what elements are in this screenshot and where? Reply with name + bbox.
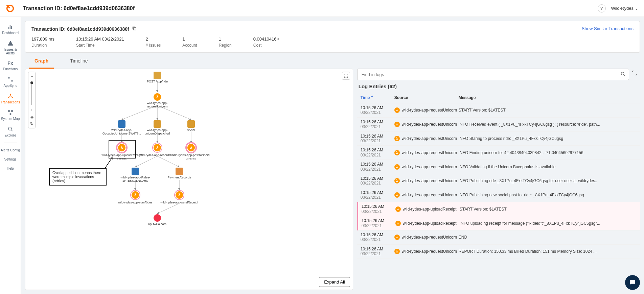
- stat-label: Duration: [31, 43, 54, 48]
- expand-graph-button[interactable]: [342, 72, 350, 80]
- stat-item: 197,809 msDuration: [31, 36, 54, 48]
- log-entries-title: Log Entries (62): [357, 83, 640, 89]
- node-sumrides[interactable]: λ wild-rydes-app-sumRides: [115, 190, 156, 204]
- annotation-callout: Overlapped icon means there were multipl…: [49, 168, 107, 186]
- sidebar-item-appsync[interactable]: AppSync: [0, 74, 21, 90]
- log-row[interactable]: 10:15:26 AM03/22/2021 λwild-rydes-app-re…: [357, 160, 640, 174]
- summary-title: Transaction ID: 6d0ef8ae1cdd939d0636380f: [31, 26, 129, 32]
- log-row[interactable]: 10:15:26 AM03/22/2021 λwild-rydes-app-re…: [357, 132, 640, 146]
- node-api[interactable]: POST /app/ride: [137, 72, 178, 83]
- stat-value: 1: [182, 36, 197, 42]
- stat-value: 0.00410416¢: [253, 36, 279, 42]
- tabs: Graph Timeline: [25, 54, 640, 69]
- node-rides[interactable]: wild-rydes-app-Rides-1PTE5SOLNCA9C: [115, 168, 156, 183]
- similar-transactions-link[interactable]: Show Similar Transactions: [582, 26, 634, 31]
- log-row[interactable]: 10:15:26 AM03/22/2021 λwild-rydes-app-re…: [357, 146, 640, 160]
- lambda-icon: λ: [132, 191, 139, 199]
- sidebar-item-label: System Map: [1, 117, 20, 121]
- log-source: λwild-rydes-app-requestUnicorn: [394, 178, 459, 183]
- zoom-out-button[interactable]: −: [29, 73, 35, 79]
- stat-value: 197,809 ms: [31, 36, 54, 42]
- log-source: λwild-rydes-app-uploadReceipt: [395, 221, 460, 226]
- svg-rect-8: [9, 113, 11, 115]
- stat-label: Region: [219, 43, 232, 48]
- log-time: 10:15:26 AM03/22/2021: [361, 162, 394, 172]
- help-button[interactable]: ?: [598, 4, 606, 13]
- log-row[interactable]: 10:15:26 AM03/22/2021 λwild-rydes-app-up…: [357, 202, 640, 216]
- log-source: λwild-rydes-app-requestUnicorn: [394, 107, 459, 113]
- node-label: POST /app/ride: [137, 80, 178, 83]
- chevron-down-icon: ⌄: [635, 6, 639, 11]
- sidebar-item-help[interactable]: Help: [0, 164, 21, 173]
- node-label: wild-rydes-app-Rides-1PTE5SOLNCA9C: [115, 176, 156, 183]
- zoom-in-button[interactable]: +: [29, 107, 35, 113]
- log-col-time[interactable]: Time ˄: [361, 95, 394, 100]
- log-row[interactable]: 10:15:26 AM03/22/2021 λwild-rydes-app-re…: [357, 103, 640, 118]
- node-sendreceipt[interactable]: λ wild-rydes-app-sendReceipt: [159, 190, 200, 204]
- zoom-thumb[interactable]: [30, 81, 33, 84]
- search-icon: [7, 126, 14, 132]
- lambda-icon: λ: [395, 221, 401, 226]
- sidebar-item-transactions[interactable]: Transactions: [0, 90, 21, 107]
- node-social[interactable]: social: [171, 120, 211, 132]
- summary-card: Transaction ID: 6d0ef8ae1cdd939d0636380f…: [25, 21, 640, 53]
- log-title-suffix: ): [395, 83, 397, 89]
- lambda-icon: λ: [176, 191, 183, 199]
- sidebar-item-explore[interactable]: Explore: [0, 123, 21, 140]
- log-source: λwild-rydes-app-uploadReceipt: [395, 206, 460, 212]
- tab-graph[interactable]: Graph: [29, 54, 54, 69]
- node-paymentrecords[interactable]: PaymentRecords: [159, 168, 200, 179]
- log-message: INFO Publishing ride _8X1Pu_4FxkTCy4jGC6…: [459, 178, 637, 183]
- lambda-icon: λ: [394, 178, 400, 183]
- log-row[interactable]: 10:15:26 AM03/22/2021 λwild-rydes-app-re…: [357, 230, 640, 245]
- log-row[interactable]: 10:15:26 AM03/22/2021 λwild-rydes-app-re…: [357, 245, 640, 259]
- tab-timeline[interactable]: Timeline: [65, 54, 93, 69]
- page-title: Transaction ID: 6d0ef8ae1cdd939d0636380f: [23, 5, 135, 11]
- node-requestunicorn[interactable]: λ wild-rydes-app-requestUnicorn: [137, 93, 178, 108]
- sidebar-item-settings[interactable]: Settings: [0, 155, 21, 164]
- sidebar-item-label: Explore: [5, 133, 16, 137]
- lambda-icon: λ: [394, 150, 400, 155]
- node-label: api.twilio.com: [137, 223, 178, 226]
- sidebar-item-dashboard[interactable]: Dashboard: [0, 21, 21, 38]
- log-message: INFO uploading receipt for message {"Rid…: [460, 221, 637, 226]
- node-occupied[interactable]: wild-rydes-app-OccupiedUnicorns-SW6T8...: [101, 120, 142, 136]
- log-col-source[interactable]: Source: [394, 95, 459, 100]
- stat-label: Cost: [253, 43, 279, 48]
- sync-icon: [7, 76, 14, 82]
- log-row[interactable]: 10:15:26 AM03/22/2021 λwild-rydes-app-up…: [357, 216, 640, 230]
- log-time: 10:15:26 AM03/22/2021: [361, 148, 394, 157]
- stat-item: 1Region: [219, 36, 232, 48]
- zoom-controls: − + ◈ ↻: [28, 72, 36, 128]
- sns-icon: [154, 120, 161, 128]
- log-row[interactable]: 10:15:26 AM03/22/2021 λwild-rydes-app-re…: [357, 118, 640, 132]
- log-search-input[interactable]: [357, 69, 629, 80]
- log-col-message[interactable]: Message: [459, 95, 637, 100]
- zoom-slider[interactable]: [31, 81, 32, 105]
- lambda-icon: λ: [394, 164, 400, 170]
- sidebar-item-alertsconfig[interactable]: Alerts Config: [0, 146, 21, 155]
- stat-value: 10:15:26 AM 03/22/2021: [76, 36, 124, 42]
- copy-button[interactable]: [132, 26, 137, 32]
- sidebar-item-systemmap[interactable]: System Map: [0, 107, 21, 123]
- sidebar-item-functions[interactable]: Fx Functions: [0, 58, 21, 74]
- org-selector[interactable]: Wild-Rydes ⌄: [611, 6, 639, 11]
- search-icon[interactable]: [620, 71, 626, 78]
- log-count: 62: [389, 83, 395, 89]
- expand-logs-button[interactable]: [632, 70, 640, 78]
- svg-rect-10: [133, 28, 136, 30]
- log-message: START Version: $LATEST: [459, 108, 637, 113]
- zoom-center-button[interactable]: ◈: [29, 114, 35, 120]
- log-row[interactable]: 10:15:26 AM03/22/2021 λwild-rydes-app-re…: [357, 188, 640, 202]
- chat-widget-button[interactable]: [625, 275, 640, 290]
- zoom-reset-button[interactable]: ↻: [29, 121, 35, 127]
- expand-all-button[interactable]: Expand All: [319, 277, 350, 287]
- node-posttosocial[interactable]: λ wild-rydes-app-postToSocial 3 retries: [171, 143, 211, 160]
- map-icon: [7, 109, 14, 116]
- sidebar-item-issues[interactable]: Issues & Alerts: [0, 38, 21, 58]
- log-source: λwild-rydes-app-requestUnicorn: [394, 192, 459, 198]
- node-twilio[interactable]: api.twilio.com: [137, 214, 178, 226]
- log-message: INFO Received event ( _8X1Pu_4FxkTCy4jGC…: [459, 122, 637, 127]
- log-row[interactable]: 10:15:26 AM03/22/2021 λwild-rydes-app-re…: [357, 174, 640, 188]
- log-time: 10:15:26 AM03/22/2021: [361, 232, 394, 242]
